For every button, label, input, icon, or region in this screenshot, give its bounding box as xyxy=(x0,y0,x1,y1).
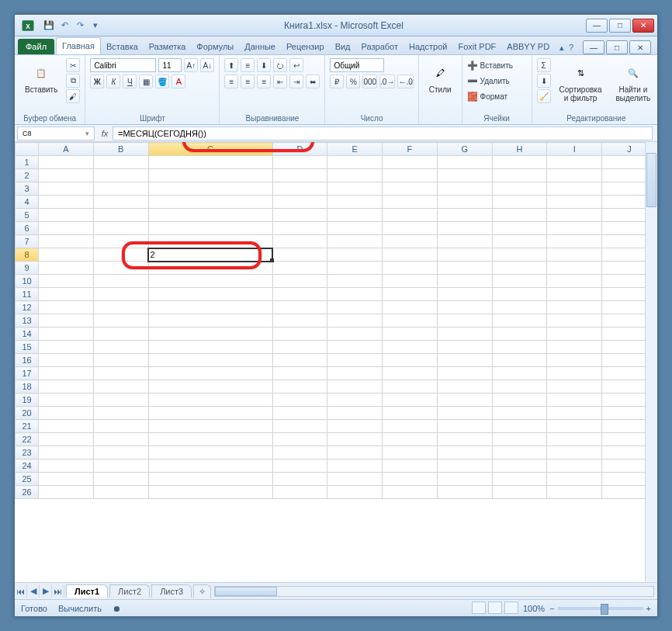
cell-I16[interactable] xyxy=(547,354,602,367)
cell-A12[interactable] xyxy=(39,301,94,314)
cell-C25[interactable] xyxy=(148,473,272,486)
cell-B2[interactable] xyxy=(93,169,148,182)
cell-A19[interactable] xyxy=(39,394,94,407)
zoom-track[interactable] xyxy=(558,607,643,610)
cell-E3[interactable] xyxy=(327,182,383,196)
cell-F3[interactable] xyxy=(383,182,438,196)
cell-G26[interactable] xyxy=(437,486,492,499)
cell-B18[interactable] xyxy=(93,380,148,394)
currency-button[interactable]: ₽ xyxy=(330,75,344,88)
cell-I3[interactable] xyxy=(547,182,602,196)
cell-F17[interactable] xyxy=(383,367,438,380)
cell-A16[interactable] xyxy=(39,354,94,367)
cell-H7[interactable] xyxy=(492,235,547,248)
col-header-C[interactable]: C xyxy=(148,143,272,156)
cell-G15[interactable] xyxy=(437,341,492,354)
cell-B10[interactable] xyxy=(93,275,148,288)
row-header-10[interactable]: 10 xyxy=(16,275,39,288)
zoom-out-button[interactable]: − xyxy=(549,604,554,613)
cell-D8[interactable] xyxy=(272,248,327,262)
cell-E7[interactable] xyxy=(327,235,383,248)
tab-formulas[interactable]: Формулы xyxy=(191,39,239,54)
cell-A9[interactable] xyxy=(39,262,94,275)
cell-G6[interactable] xyxy=(437,222,492,235)
row-header-1[interactable]: 1 xyxy=(16,156,39,169)
cell-E12[interactable] xyxy=(327,301,383,314)
sheet-tab-1[interactable]: Лист1 xyxy=(66,584,108,598)
cell-F21[interactable] xyxy=(383,420,438,433)
cell-D24[interactable] xyxy=(272,459,327,473)
cell-I19[interactable] xyxy=(547,394,602,407)
help-icon[interactable]: ? xyxy=(569,43,573,52)
cell-C1[interactable] xyxy=(148,156,272,169)
autosum-button[interactable]: Σ xyxy=(537,58,551,72)
sheet-nav-next-icon[interactable]: ▶ xyxy=(40,585,52,598)
cells-format-button[interactable]: Формат xyxy=(480,89,527,103)
worksheet-grid[interactable]: ABCDEFGHIJ123456782910111213141516171819… xyxy=(15,142,657,582)
row-header-21[interactable]: 21 xyxy=(16,420,39,433)
sheet-nav-last-icon[interactable]: ⏭ xyxy=(52,585,64,598)
cell-A8[interactable] xyxy=(39,248,94,262)
cell-B13[interactable] xyxy=(93,314,148,328)
cell-G16[interactable] xyxy=(437,354,492,367)
cell-B12[interactable] xyxy=(93,301,148,314)
cell-C21[interactable] xyxy=(148,420,272,433)
cell-A11[interactable] xyxy=(39,288,94,301)
cell-F8[interactable] xyxy=(383,248,438,262)
cell-G17[interactable] xyxy=(437,367,492,380)
cell-D2[interactable] xyxy=(272,169,327,182)
cell-I5[interactable] xyxy=(547,209,602,222)
cell-H18[interactable] xyxy=(492,380,547,394)
cell-D15[interactable] xyxy=(272,341,327,354)
cell-G2[interactable] xyxy=(437,169,492,182)
cell-C5[interactable] xyxy=(148,209,272,222)
col-header-E[interactable]: E xyxy=(327,143,383,156)
row-header-8[interactable]: 8 xyxy=(16,248,39,262)
cell-B25[interactable] xyxy=(93,473,148,486)
cell-C4[interactable] xyxy=(148,196,272,209)
cell-G8[interactable] xyxy=(437,248,492,262)
vscroll-thumb[interactable] xyxy=(646,153,656,207)
cell-I8[interactable] xyxy=(547,248,602,262)
cell-G4[interactable] xyxy=(437,196,492,209)
increase-indent-button[interactable]: ⇥ xyxy=(289,75,303,88)
cell-D25[interactable] xyxy=(272,473,327,486)
cell-A6[interactable] xyxy=(39,222,94,235)
col-header-I[interactable]: I xyxy=(547,143,602,156)
cell-G12[interactable] xyxy=(437,301,492,314)
cell-G20[interactable] xyxy=(437,407,492,420)
cell-D21[interactable] xyxy=(272,420,327,433)
cell-E15[interactable] xyxy=(327,341,383,354)
cell-H15[interactable] xyxy=(492,341,547,354)
row-header-3[interactable]: 3 xyxy=(16,182,39,196)
cell-D19[interactable] xyxy=(272,394,327,407)
cell-C10[interactable] xyxy=(148,275,272,288)
fx-button[interactable]: fx xyxy=(97,129,113,138)
cell-H20[interactable] xyxy=(492,407,547,420)
row-header-18[interactable]: 18 xyxy=(16,380,39,394)
cell-B1[interactable] xyxy=(93,156,148,169)
styles-button[interactable]: 🖍 Стили xyxy=(424,58,457,98)
cell-A26[interactable] xyxy=(39,486,94,499)
maximize-button[interactable]: □ xyxy=(609,19,631,33)
fill-button[interactable]: ⬇ xyxy=(537,74,551,88)
cell-G23[interactable] xyxy=(437,446,492,459)
cell-E24[interactable] xyxy=(327,459,383,473)
comma-button[interactable]: 000 xyxy=(362,75,377,88)
tab-addin[interactable]: Надстрой xyxy=(404,39,452,54)
row-header-23[interactable]: 23 xyxy=(16,446,39,459)
cell-C12[interactable] xyxy=(148,301,272,314)
view-page-layout-button[interactable] xyxy=(488,602,502,614)
zoom-in-button[interactable]: + xyxy=(646,604,651,613)
cell-F6[interactable] xyxy=(383,222,438,235)
cell-I1[interactable] xyxy=(547,156,602,169)
cell-H23[interactable] xyxy=(492,446,547,459)
cell-I14[interactable] xyxy=(547,328,602,341)
cell-I21[interactable] xyxy=(547,420,602,433)
cell-G11[interactable] xyxy=(437,288,492,301)
cell-H26[interactable] xyxy=(492,486,547,499)
cell-A13[interactable] xyxy=(39,314,94,328)
cell-H1[interactable] xyxy=(492,156,547,169)
qat-customize-icon[interactable]: ▾ xyxy=(89,19,102,32)
cell-F20[interactable] xyxy=(383,407,438,420)
